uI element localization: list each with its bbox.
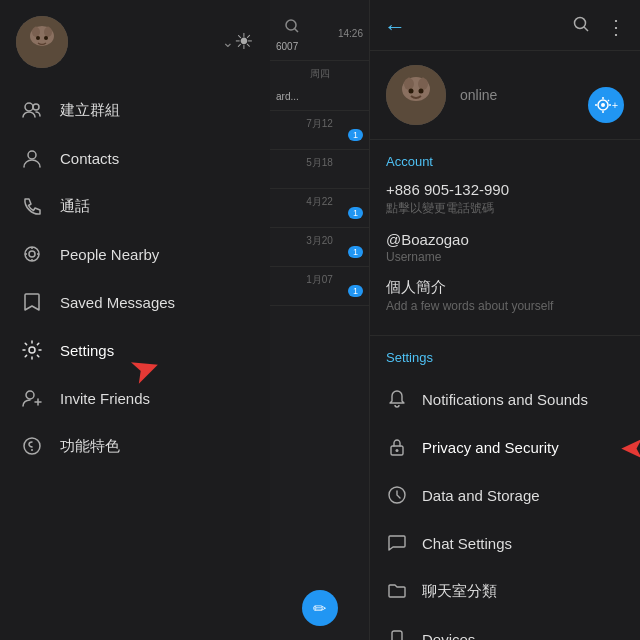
sidebar-header: ⌄ ☀ (0, 0, 270, 78)
settings-section: Settings Notifications and Sounds Privac… (370, 336, 640, 640)
data-label: Data and Storage (422, 487, 540, 504)
sidebar-item-label: Contacts (60, 150, 119, 167)
svg-rect-30 (392, 631, 402, 640)
svg-point-4 (36, 36, 40, 40)
chat-list: 14:26 6007 周四 ard... 7月12 1 5月18 4月22 1 … (270, 0, 370, 640)
sidebar-item-calls[interactable]: 通話 (0, 182, 270, 230)
svg-point-28 (396, 449, 399, 452)
sidebar-item-label: People Nearby (60, 246, 159, 263)
settings-header: ← ⋮ (370, 0, 640, 51)
sidebar-item-label: Saved Messages (60, 294, 175, 311)
calls-icon (20, 194, 44, 218)
svg-point-8 (28, 151, 36, 159)
settings-item-chat[interactable]: Chat Settings (370, 519, 640, 567)
settings-item-notifications[interactable]: Notifications and Sounds (370, 375, 640, 423)
chat-item[interactable]: 1 (270, 250, 369, 267)
profile-edit-button[interactable]: + (588, 87, 624, 123)
folders-icon (386, 580, 408, 602)
header-icons: ⋮ (572, 15, 626, 39)
folders-label: 聊天室分類 (422, 582, 497, 601)
chat-item[interactable]: 1 (270, 289, 369, 306)
svg-point-13 (24, 438, 40, 454)
sidebar-item-people-nearby[interactable]: People Nearby (0, 230, 270, 278)
settings-icon (20, 338, 44, 362)
chat-settings-label: Chat Settings (422, 535, 512, 552)
sidebar-item-create-group[interactable]: 建立群組 (0, 86, 270, 134)
username-hint: Username (386, 250, 624, 264)
profile-section: online + (370, 51, 640, 140)
people-nearby-icon (20, 242, 44, 266)
svg-point-7 (33, 104, 39, 110)
chat-item[interactable] (270, 172, 369, 189)
more-icon[interactable]: ⋮ (606, 15, 626, 39)
compose-button[interactable]: ✏ (302, 590, 338, 626)
chevron-down-icon[interactable]: ⌄ (222, 34, 234, 50)
svg-point-10 (29, 251, 35, 257)
account-section-title: Account (386, 154, 624, 169)
notifications-label: Notifications and Sounds (422, 391, 588, 408)
sidebar-item-label: 功能特色 (60, 437, 120, 456)
username-row[interactable]: @Boazogao Username (386, 231, 624, 264)
chat-date-divider: 周四 (270, 61, 369, 83)
username: @Boazogao (386, 231, 624, 248)
bio-row[interactable]: 個人簡介 Add a few words about yourself (386, 278, 624, 313)
chat-preview: ard... (276, 91, 363, 102)
svg-point-9 (25, 247, 39, 261)
avatar[interactable] (16, 16, 68, 68)
settings-item-folders[interactable]: 聊天室分類 (370, 567, 640, 615)
contacts-icon (20, 146, 44, 170)
phone-row[interactable]: +886 905-132-990 點擊以變更電話號碼 (386, 181, 624, 217)
devices-label: Devices (422, 631, 475, 641)
privacy-icon (386, 436, 408, 458)
svg-point-11 (29, 347, 35, 353)
chat-item[interactable]: 1 (270, 133, 369, 150)
search-icon[interactable] (572, 15, 590, 39)
profile-status: online (460, 87, 497, 103)
settings-item-devices[interactable]: Devices (370, 615, 640, 640)
chat-badge: 1 (348, 285, 363, 297)
svg-point-5 (44, 36, 48, 40)
chat-icon (386, 532, 408, 554)
chat-preview: 6007 (276, 41, 363, 52)
chat-item[interactable]: ard... (270, 83, 369, 111)
sidebar-item-saved-messages[interactable]: Saved Messages (0, 278, 270, 326)
sidebar-nav: 建立群組 Contacts 通話 (0, 78, 270, 640)
sidebar-item-features[interactable]: 功能特色 (0, 422, 270, 470)
chat-search (270, 0, 369, 20)
bio-hint: Add a few words about yourself (386, 299, 624, 313)
chat-badge: 1 (348, 207, 363, 219)
svg-line-16 (295, 29, 299, 33)
svg-point-17 (575, 18, 586, 29)
svg-point-12 (26, 391, 34, 399)
chat-item[interactable]: 1 (270, 211, 369, 228)
account-section: Account +886 905-132-990 點擊以變更電話號碼 @Boaz… (370, 140, 640, 336)
brightness-icon[interactable]: ☀ (234, 29, 254, 55)
chat-badge: 1 (348, 246, 363, 258)
chat-date-divider: 5月18 (270, 150, 369, 172)
svg-line-18 (584, 27, 588, 31)
sidebar-item-label: 通話 (60, 197, 90, 216)
phone-hint: 點擊以變更電話號碼 (386, 200, 624, 217)
svg-point-23 (409, 89, 414, 94)
chat-badge: 1 (348, 129, 363, 141)
phone-number: +886 905-132-990 (386, 181, 624, 198)
sidebar-item-invite-friends[interactable]: Invite Friends (0, 374, 270, 422)
data-icon (386, 484, 408, 506)
sidebar: ⌄ ☀ 建立群組 Contacts (0, 0, 270, 640)
sidebar-item-settings[interactable]: Settings (0, 326, 270, 374)
sidebar-item-label: Invite Friends (60, 390, 150, 407)
sidebar-item-label: 建立群組 (60, 101, 120, 120)
settings-section-title: Settings (370, 350, 640, 375)
settings-panel: ← ⋮ online (370, 0, 640, 640)
svg-point-6 (25, 103, 33, 111)
create-group-icon (20, 98, 44, 122)
svg-point-26 (601, 103, 605, 107)
features-icon (20, 434, 44, 458)
saved-messages-icon (20, 290, 44, 314)
settings-item-privacy[interactable]: Privacy and Security ➤ (370, 423, 640, 471)
back-button[interactable]: ← (384, 14, 406, 40)
sidebar-item-contacts[interactable]: Contacts (0, 134, 270, 182)
invite-friends-icon (20, 386, 44, 410)
devices-icon (386, 628, 408, 640)
settings-item-data[interactable]: Data and Storage (370, 471, 640, 519)
